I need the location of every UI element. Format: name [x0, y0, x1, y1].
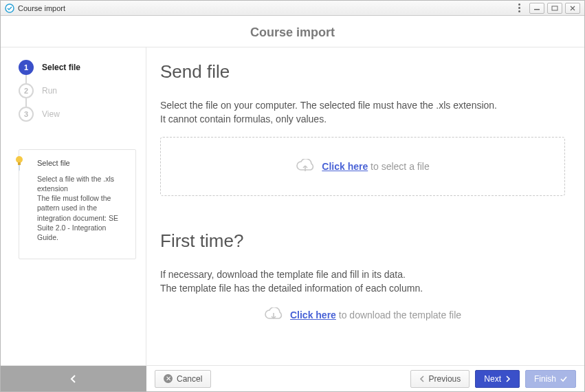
kebab-menu-icon[interactable]: [514, 3, 524, 12]
titlebar: Course import: [1, 1, 584, 16]
svg-point-3: [16, 156, 23, 163]
main-content: Send file Select the file on your comput…: [146, 47, 584, 365]
app-icon: [5, 3, 14, 13]
select-file-rest: to select a file: [368, 161, 430, 172]
check-icon: [560, 375, 567, 382]
step-run[interactable]: 2 Run: [19, 83, 136, 98]
cancel-icon: ✕: [164, 374, 173, 383]
section-heading-first-time: First time?: [160, 230, 565, 252]
window: Course import Course import 1 Select fil…: [0, 0, 585, 392]
previous-button[interactable]: Previous: [410, 370, 470, 388]
step-label: View: [42, 109, 60, 119]
maximize-button[interactable]: [547, 3, 562, 14]
hint-body: Select a file with the .xls extension Th…: [37, 174, 129, 242]
cancel-button[interactable]: ✕ Cancel: [155, 370, 211, 388]
step-number: 3: [19, 107, 34, 122]
svg-rect-5: [19, 165, 20, 171]
minimize-button[interactable]: [529, 3, 544, 14]
finish-button[interactable]: Finish: [525, 370, 576, 388]
wizard-sidebar: 1 Select file 2 Run 3 View Select f: [1, 47, 146, 365]
next-button[interactable]: Next: [475, 370, 520, 388]
select-file-link[interactable]: Click here: [322, 161, 368, 172]
download-template-row: Click here to download the template file: [160, 307, 565, 323]
lightbulb-icon: [14, 155, 25, 166]
hint-title: Select file: [37, 158, 129, 168]
cloud-upload-icon: [296, 159, 315, 174]
step-number: 1: [19, 60, 34, 75]
svg-rect-1: [534, 9, 540, 10]
svg-rect-4: [18, 162, 21, 165]
download-template-link[interactable]: Click here: [290, 309, 336, 320]
step-view[interactable]: 3 View: [19, 107, 136, 122]
wizard-steps: 1 Select file 2 Run 3 View: [19, 60, 136, 130]
step-number: 2: [19, 83, 34, 98]
cloud-download-icon: [264, 307, 283, 323]
download-template-rest: to download the template file: [336, 309, 461, 320]
chevron-left-icon: [419, 375, 425, 382]
window-title: Course import: [18, 4, 65, 12]
step-label: Run: [42, 86, 57, 96]
chevron-right-icon: [505, 375, 511, 382]
step-select-file[interactable]: 1 Select file: [19, 60, 136, 75]
close-button[interactable]: [565, 3, 580, 14]
file-dropzone[interactable]: Click here to select a file: [160, 137, 565, 196]
back-bar-button[interactable]: [1, 366, 146, 391]
first-time-description: If necessary, download the template file…: [160, 268, 565, 295]
section-heading-send: Send file: [160, 61, 565, 83]
send-description: Select the file on your computer. The se…: [160, 99, 565, 126]
chevron-left-icon: [69, 375, 78, 383]
step-label: Select file: [42, 63, 80, 72]
wizard-footer: ✕ Cancel Previous Next Finish: [1, 365, 584, 391]
hint-card: Select file Select a file with the .xls …: [19, 149, 136, 259]
page-title: Course import: [1, 16, 584, 47]
svg-rect-2: [552, 6, 558, 10]
